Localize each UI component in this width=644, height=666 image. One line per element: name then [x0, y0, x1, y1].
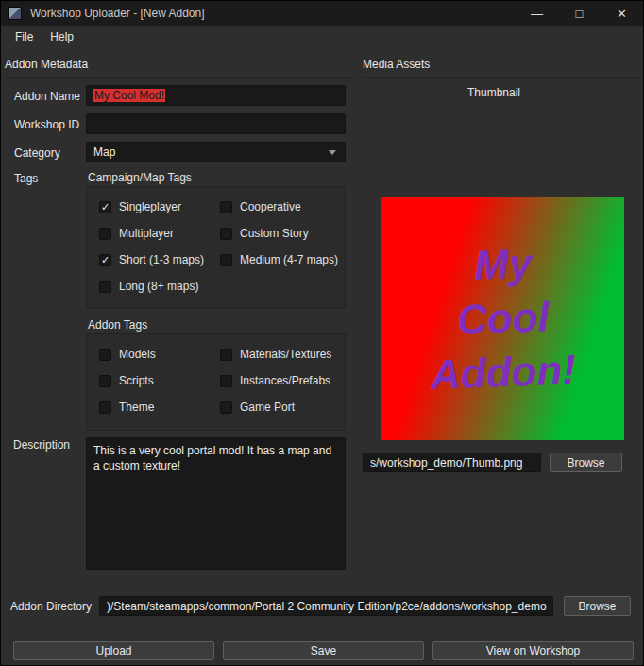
checkbox-singleplayer[interactable]: ✓ Singleplayer — [99, 199, 220, 214]
addon-directory-label: Addon Directory — [10, 600, 92, 613]
checkbox-scripts[interactable]: Scripts — [99, 373, 220, 388]
description-textarea[interactable]: This is a very cool portal mod! It has a… — [86, 437, 346, 570]
checkbox-models[interactable]: Models — [99, 347, 220, 362]
thumbnail-path-input[interactable]: s/workshop_demo/Thumb.png — [363, 453, 541, 472]
addon-tags-grid: Models Materials/Textures Scripts Instan… — [87, 334, 345, 415]
addon-name-input[interactable]: My Cool Mod! — [86, 85, 346, 106]
addon-tags-groupbox: Models Materials/Textures Scripts Instan… — [86, 333, 346, 431]
addon-directory-input[interactable]: )/Steam/steamapps/common/Portal 2 Commun… — [99, 596, 553, 616]
menu-bar: File Help — [1, 26, 643, 48]
upload-button[interactable]: Upload — [13, 641, 214, 660]
description-label: Description — [13, 438, 70, 452]
thumbnail-image: My Cool Addon! — [381, 197, 624, 440]
close-icon[interactable]: ✕ — [601, 1, 643, 26]
thumbnail-text-line: Cool — [456, 292, 551, 345]
checkbox-materials-textures[interactable]: Materials/Textures — [220, 347, 339, 362]
checkbox-label: Theme — [119, 401, 154, 414]
checkbox-icon[interactable] — [99, 401, 111, 414]
window-controls: — □ ✕ — [516, 1, 643, 26]
checkbox-icon[interactable] — [99, 375, 111, 387]
workshop-id-input[interactable] — [86, 113, 346, 134]
checkbox-icon[interactable] — [220, 201, 232, 213]
addon-directory-browse-button[interactable]: Browse — [564, 596, 631, 616]
category-value: Map — [93, 145, 115, 159]
menu-file[interactable]: File — [7, 27, 42, 46]
checkbox-label: Singleplayer — [119, 200, 181, 213]
campaign-tags-title: Campaign/Map Tags — [88, 171, 192, 184]
checkbox-icon[interactable] — [99, 228, 111, 240]
checkbox-label: Multiplayer — [119, 227, 174, 240]
addon-name-label: Addon Name — [14, 90, 80, 103]
addon-tags-title: Addon Tags — [88, 318, 147, 332]
campaign-tags-grid: ✓ Singleplayer Cooperative Multiplayer C… — [87, 187, 345, 294]
media-assets-section-title: Media Assets — [363, 58, 641, 78]
checkbox-game-port[interactable]: Game Port — [220, 400, 339, 415]
checkbox-cooperative[interactable]: Cooperative — [220, 199, 339, 214]
save-button[interactable]: Save — [223, 641, 424, 660]
checkbox-label: Cooperative — [240, 200, 301, 213]
checkbox-icon[interactable] — [220, 254, 232, 266]
thumbnail-path-value: s/workshop_demo/Thumb.png — [370, 456, 522, 470]
checkbox-long-maps[interactable]: Long (8+ maps) — [99, 279, 220, 294]
checkbox-icon[interactable]: ✓ — [99, 201, 111, 213]
title-bar: Workshop Uploader - [New Addon] — □ ✕ — [1, 1, 643, 26]
addon-directory-value: )/Steam/steamapps/common/Portal 2 Commun… — [107, 600, 547, 613]
checkbox-label: Custom Story — [240, 227, 309, 240]
category-dropdown[interactable]: Map — [86, 142, 346, 162]
view-on-workshop-button[interactable]: View on Workshop — [432, 641, 634, 660]
checkbox-label: Long (8+ maps) — [119, 280, 198, 293]
checkbox-label: Short (1-3 maps) — [119, 253, 204, 266]
checkbox-short-maps[interactable]: ✓ Short (1-3 maps) — [99, 252, 220, 267]
minimize-icon[interactable]: — — [516, 1, 558, 26]
thumbnail-label: Thumbnail — [363, 86, 625, 99]
checkbox-label: Models — [119, 348, 156, 361]
campaign-tags-groupbox: ✓ Singleplayer Cooperative Multiplayer C… — [86, 186, 346, 309]
checkbox-icon[interactable] — [220, 401, 232, 414]
checkbox-label: Instances/Prefabs — [240, 374, 330, 387]
checkbox-multiplayer[interactable]: Multiplayer — [99, 226, 220, 241]
addon-metadata-section-title: Addon Metadata — [5, 58, 355, 78]
checkbox-icon[interactable] — [220, 375, 232, 387]
maximize-icon[interactable]: □ — [558, 1, 601, 26]
checkbox-label: Game Port — [240, 401, 295, 414]
workshop-uploader-window: Workshop Uploader - [New Addon] — □ ✕ Fi… — [0, 0, 644, 666]
chevron-down-icon — [329, 150, 336, 155]
checkbox-label: Medium (4-7 maps) — [240, 253, 338, 266]
menu-help[interactable]: Help — [42, 27, 82, 46]
checkbox-medium-maps[interactable]: Medium (4-7 maps) — [220, 252, 339, 267]
checkbox-label: Scripts — [119, 374, 154, 387]
workshop-id-label: Workshop ID — [14, 118, 79, 131]
checkbox-custom-story[interactable]: Custom Story — [220, 226, 339, 241]
checkbox-icon[interactable] — [99, 349, 111, 361]
category-label: Category — [14, 146, 60, 160]
addon-name-value: My Cool Mod! — [93, 89, 165, 102]
thumbnail-text-line: My — [473, 239, 533, 291]
checkbox-icon[interactable] — [220, 228, 232, 240]
checkbox-instances-prefabs[interactable]: Instances/Prefabs — [220, 373, 339, 388]
window-title: Workshop Uploader - [New Addon] — [30, 7, 205, 20]
thumbnail-text-line: Addon! — [430, 345, 577, 400]
checkbox-icon[interactable] — [220, 349, 232, 361]
checkbox-icon[interactable]: ✓ — [99, 254, 111, 266]
thumbnail-browse-button[interactable]: Browse — [550, 453, 622, 472]
checkbox-icon[interactable] — [99, 281, 111, 293]
app-icon — [8, 7, 22, 20]
checkbox-theme[interactable]: Theme — [99, 400, 220, 415]
checkbox-label: Materials/Textures — [240, 348, 331, 361]
tags-label: Tags — [14, 172, 38, 185]
